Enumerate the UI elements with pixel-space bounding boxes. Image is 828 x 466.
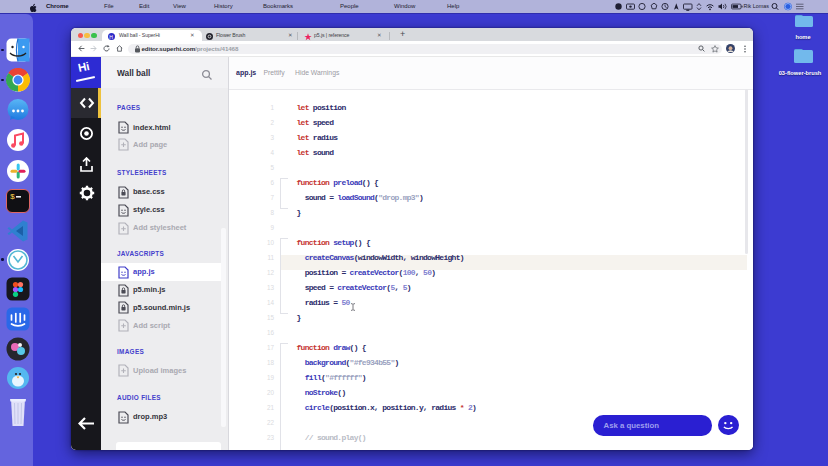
- svg-text:H: H: [109, 34, 113, 40]
- svg-text:$: $: [10, 192, 15, 201]
